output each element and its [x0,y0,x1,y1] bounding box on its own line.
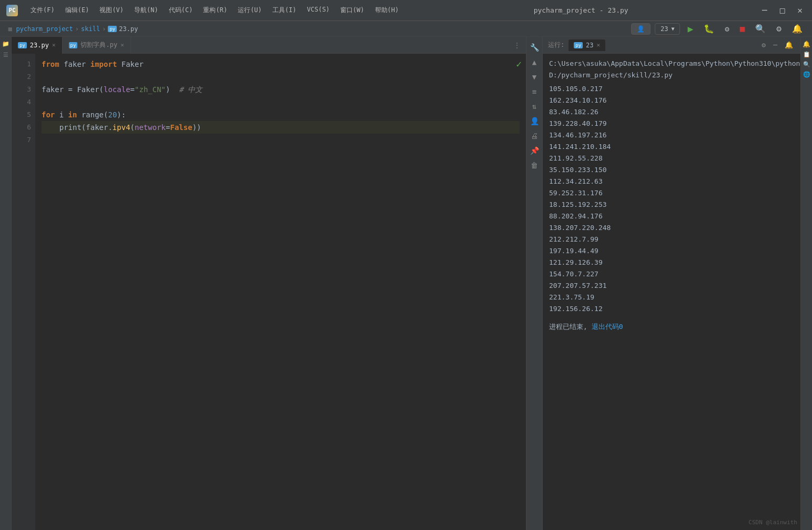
align-icon[interactable]: ≡ [530,85,539,98]
close-button[interactable]: ✕ [794,4,806,16]
stop-button[interactable]: ■ [737,23,748,35]
down-arrow-icon[interactable]: ▼ [530,71,539,83]
run-panel: 运行: py 23 ✕ ⚙ ─ 🔔 C:\Users\asuka\AppData… [543,37,800,530]
right-icon-3: 🔍 [801,59,812,69]
title-bar-left: PC 文件(F) 编辑(E) 视图(V) 导航(N) 代码(C) 重构(R) 运… [6,4,403,17]
menu-window[interactable]: 窗口(W) [336,4,369,17]
menu-help[interactable]: 帮助(H) [371,4,403,17]
print-icon[interactable]: 🖨 [529,129,540,142]
ip-output-line: 162.234.10.176 [549,95,794,106]
structure-icon[interactable]: ☰ [2,50,10,60]
tab-py-icon-1: py [18,42,27,48]
breadcrumb-toolbar: ≡ pycharm_project › skill › py 23.py 👤 2… [0,21,812,37]
tab-menu-button[interactable]: ⋮ [508,41,526,49]
code-editor[interactable]: 1 2 3 4 5 6 7 from faker import Faker [12,54,526,530]
editor-tools: 🔧 ▲ ▼ ≡ ⇅ 👤 🖨 📌 🗑 [526,37,543,530]
main-layout: 📁 ☰ py 23.py ✕ py 切割字典.py ✕ ⋮ 1 2 3 4 [0,37,812,530]
breadcrumb-skill[interactable]: skill [81,25,100,33]
tab-close-2[interactable]: ✕ [120,42,124,48]
tab-label-2: 切割字典.py [80,41,117,49]
keyword-from: from [42,58,59,71]
sort-icon[interactable]: ⇅ [530,100,539,113]
menu-vcs[interactable]: VCS(S) [303,4,334,17]
code-line-7 [42,134,520,146]
run-path: C:\Users\asuka\AppData\Local\Programs\Py… [549,58,794,81]
ip-output-line: 221.3.75.19 [549,292,794,303]
title-bar: PC 文件(F) 编辑(E) 视图(V) 导航(N) 代码(C) 重构(R) 运… [0,0,812,21]
format-icon[interactable]: 🔧 [528,41,541,54]
breadcrumb-sep-2: › [102,25,106,33]
menu-refactor[interactable]: 重构(R) [199,4,231,17]
exit-code-link[interactable]: 退出代码0 [592,323,623,331]
menu-view[interactable]: 视图(V) [95,4,128,17]
tab-23py[interactable]: py 23.py ✕ [12,37,63,54]
minimize-button[interactable]: ─ [759,4,770,16]
menu-edit[interactable]: 编辑(E) [61,4,94,17]
ip-output-line: 59.252.31.176 [549,187,794,199]
run-panel-header: 运行: py 23 ✕ ⚙ ─ 🔔 [543,37,800,54]
run-tab[interactable]: py 23 ✕ [569,39,605,51]
menu-bar: 文件(F) 编辑(E) 视图(V) 导航(N) 代码(C) 重构(R) 运行(U… [26,4,403,17]
menu-run[interactable]: 运行(U) [234,4,266,17]
run-with-coverage-button[interactable]: ⚙ [722,24,732,34]
right-icon-2: 📋 [801,49,812,59]
code-content[interactable]: from faker import Faker faker = Faker( l… [35,54,526,530]
ip-output-line: 35.150.233.150 [549,164,794,176]
py-file-icon: py [108,26,117,32]
project-tool-icon[interactable]: 📁 [1,39,11,49]
menu-tools[interactable]: 工具(I) [268,4,301,17]
profile-button[interactable]: 👤 [631,23,651,35]
breadcrumb-project[interactable]: pycharm_project [16,25,73,33]
keyword-false: False [170,121,192,134]
ip-output-line: 88.202.94.176 [549,211,794,222]
ip-output-line: 141.241.210.184 [549,141,794,153]
search-everywhere-button[interactable]: 🔍 [752,23,769,35]
run-tab-close[interactable]: ✕ [597,42,601,48]
pin-icon[interactable]: 📌 [528,144,541,157]
code-line-1: from faker import Faker [42,58,520,71]
trash-icon[interactable]: 🗑 [529,159,540,172]
run-output[interactable]: C:\Users\asuka\AppData\Local\Programs\Py… [543,54,800,530]
process-end-text: 进程已结束, 退出代码0 [549,321,794,333]
ip-output-line: 83.46.182.26 [549,106,794,118]
ip-output-line: 192.156.26.12 [549,303,794,315]
param-locale: locale [104,83,130,96]
run-config-dropdown[interactable]: 23 ▼ [655,23,680,35]
ip-output-line: 207.207.57.231 [549,280,794,292]
person-icon[interactable]: 👤 [528,115,541,127]
menu-code[interactable]: 代码(C) [165,4,197,17]
param-network: network [135,121,166,134]
toolbar-right: 👤 23 ▼ ▶ 🐛 ⚙ ■ 🔍 ⚙ 🔔 [631,22,806,35]
menu-nav[interactable]: 导航(N) [130,4,163,17]
watermark: CSDN @lainwith [748,519,797,526]
up-arrow-icon[interactable]: ▲ [530,56,539,68]
sidebar-toggle-icon: ≡ [6,23,14,35]
code-line-3: faker = Faker( locale = "zh_CN" ) # 中文 [42,83,520,96]
debug-button[interactable]: 🐛 [701,23,717,35]
maximize-button[interactable]: □ [777,4,788,16]
run-panel-minimize-icon[interactable]: ─ [771,40,779,50]
menu-file[interactable]: 文件(F) [26,4,59,17]
run-config-name: 23 [661,25,668,33]
run-panel-settings-icon[interactable]: ⚙ [759,40,768,50]
window-title: pycharm_project - 23.py [534,6,628,14]
ip-output-line: 105.105.0.217 [549,83,794,95]
settings-button[interactable]: ⚙ [773,23,785,35]
ip-output-line: 154.70.7.227 [549,268,794,280]
app-icon: PC [6,5,18,16]
code-line-4 [42,96,520,108]
breadcrumb-current-file: py 23.py [108,25,138,33]
ip-output-line: 112.34.212.63 [549,176,794,187]
ip-output-line: 212.212.7.99 [549,234,794,245]
run-button[interactable]: ▶ [684,22,696,35]
notifications-icon: 🔔 [789,23,806,35]
breadcrumb-sep-1: › [75,25,79,33]
tab-close-1[interactable]: ✕ [52,42,56,48]
tab-py-icon-2: py [69,42,78,48]
ip-output-line: 138.207.220.248 [549,222,794,234]
line-numbers: 1 2 3 4 5 6 7 [12,54,35,530]
keyword-import: import [90,58,117,71]
number-20: 20 [108,108,117,121]
run-tab-icon: py [574,42,583,48]
tab-cutdict[interactable]: py 切割字典.py ✕ [63,37,131,54]
